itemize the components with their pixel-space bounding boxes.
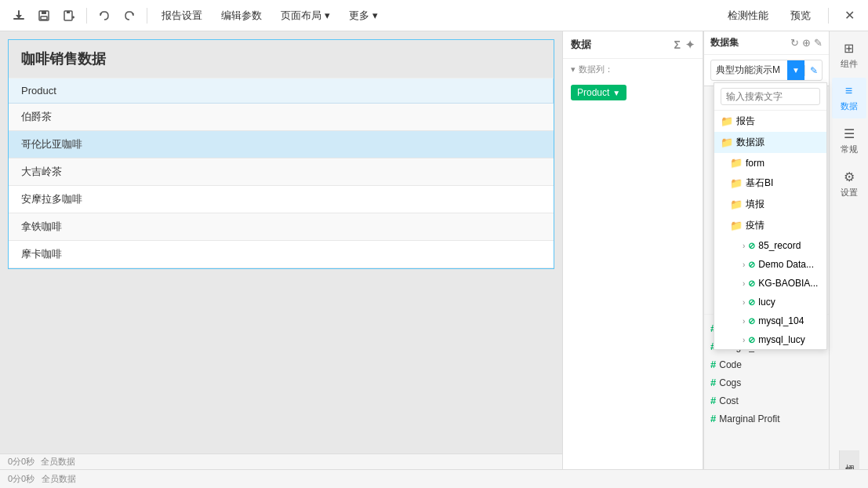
data-section-label: ▾ 数据列： <box>563 59 703 80</box>
tree-search-input[interactable] <box>721 88 820 105</box>
tree-item-label: 报告 <box>736 115 820 128</box>
right-panel-icons: ↻ ⊕ ✎ <box>790 37 823 49</box>
dataset-edit-icon[interactable]: ✎ <box>804 65 822 76</box>
tree-item-0[interactable]: 📁报告 <box>714 111 826 132</box>
tree-item-5[interactable]: 📁疫情 <box>714 215 826 236</box>
link-icon: ⊘ <box>748 297 755 308</box>
collapse-icon[interactable]: ▾ <box>571 64 576 75</box>
close-icon[interactable]: ✕ <box>838 5 860 27</box>
edit-icon[interactable]: ✎ <box>814 37 823 49</box>
tree-item-10[interactable]: ›⊘mysql_104 <box>714 311 826 330</box>
chevron-right-icon: › <box>743 260 745 269</box>
tree-item-1[interactable]: 📁数据源 <box>714 132 826 153</box>
page-layout-btn[interactable]: 页面布局 ▾ <box>273 5 338 26</box>
field-item-2[interactable]: #Code <box>704 355 829 373</box>
report-title: 咖啡销售数据 <box>9 40 554 78</box>
table-cell: 摩卡咖啡 <box>9 241 554 268</box>
redo-icon[interactable] <box>118 5 140 27</box>
chevron-right-icon: › <box>743 317 745 326</box>
folder-icon: 📁 <box>721 137 733 148</box>
field-name-label: Cost <box>719 395 739 406</box>
link-icon: ⊘ <box>748 260 755 270</box>
status-text: 0分0秒 <box>8 456 35 468</box>
edit-params-btn[interactable]: 编辑参数 <box>213 5 270 26</box>
folder-icon: 📁 <box>730 198 743 210</box>
undo-icon[interactable] <box>93 5 115 27</box>
field-name-label: Cogs <box>719 377 741 388</box>
tree-item-label: KG-BAOBIA... <box>758 278 820 289</box>
right-panel-header: 数据集 ↻ ⊕ ✎ <box>704 31 829 55</box>
main-area: 咖啡销售数据 Product 伯爵茶哥伦比亚咖啡大吉岭茶安摩拉多咖啡拿铁咖啡摩卡… <box>0 31 868 469</box>
save-icon[interactable] <box>33 5 55 27</box>
tree-item-6[interactable]: ›⊘85_record <box>714 236 826 255</box>
svg-rect-7 <box>67 11 70 13</box>
switch-chart-label[interactable]: 切换图表 <box>839 450 859 469</box>
tree-item-label: 基石BI <box>746 177 820 190</box>
dataset-selected-value: 典型功能演示M <box>711 60 787 80</box>
data-panel-icons: Σ ✦ <box>674 38 695 51</box>
folder-icon: 📁 <box>721 115 733 127</box>
tree-item-label: 85_record <box>758 240 820 251</box>
tab-normal[interactable]: ☰ 常规 <box>832 120 866 162</box>
toolbar-right: 检测性能 预览 ✕ <box>720 5 860 27</box>
link-icon: ⊘ <box>748 335 755 345</box>
data-table: Product 伯爵茶哥伦比亚咖啡大吉岭茶安摩拉多咖啡拿铁咖啡摩卡咖啡 <box>9 78 554 268</box>
tree-item-label: lucy <box>758 297 820 308</box>
preview-btn[interactable]: 预览 <box>783 5 819 26</box>
canvas-status-bar: 0分0秒 全员数据 <box>0 453 562 469</box>
tab-component[interactable]: ⊞ 组件 <box>832 35 866 76</box>
dataset-dropdown[interactable]: 典型功能演示M ▼ ✎ <box>710 60 823 81</box>
table-cell: 拿铁咖啡 <box>9 213 554 241</box>
tree-item-label: Demo Data... <box>758 259 820 270</box>
field-type-icon: # <box>710 377 716 388</box>
save-as-icon[interactable] <box>58 5 80 27</box>
export-icon[interactable] <box>8 5 30 27</box>
dataset-dropdown-arrow-icon[interactable]: ▼ <box>787 60 804 80</box>
table-wrapper: 咖啡销售数据 Product 伯爵茶哥伦比亚咖啡大吉岭茶安摩拉多咖啡拿铁咖啡摩卡… <box>8 39 554 269</box>
svg-rect-4 <box>42 11 46 14</box>
tree-item-8[interactable]: ›⊘KG-BAOBIA... <box>714 274 826 293</box>
status-bar: 0分0秒 全员数据 <box>0 469 868 488</box>
component-icon: ⊞ <box>844 41 854 56</box>
tab-data[interactable]: ≡ 数据 <box>832 78 866 118</box>
field-item-4[interactable]: #Cost <box>704 391 829 410</box>
tree-item-11[interactable]: ›⊘mysql_lucy <box>714 330 826 349</box>
field-type-icon: # <box>710 413 716 424</box>
data-field-area: Product ▼ <box>563 80 703 105</box>
product-field-chip[interactable]: Product ▼ <box>571 85 626 100</box>
data-panel-header: 数据 Σ ✦ <box>563 31 703 59</box>
field-item-3[interactable]: #Cogs <box>704 373 829 391</box>
more-btn[interactable]: 更多 ▾ <box>341 5 386 26</box>
tab-component-label: 组件 <box>841 58 858 70</box>
tree-items-container: 📁报告📁数据源📁form📁基石BI📁填报📁疫情›⊘85_record›⊘Demo… <box>714 111 826 349</box>
data-panel-title: 数据 <box>571 38 591 52</box>
refresh-icon[interactable]: ↻ <box>790 37 799 49</box>
filter-icon[interactable]: ✦ <box>685 38 695 51</box>
folder-icon: 📁 <box>730 157 743 169</box>
tree-item-3[interactable]: 📁基石BI <box>714 173 826 194</box>
report-settings-btn[interactable]: 报告设置 <box>154 5 210 26</box>
record-count: 全员数据 <box>41 456 75 468</box>
table-cell: 大吉岭茶 <box>9 158 554 186</box>
tree-item-2[interactable]: 📁form <box>714 153 826 173</box>
chip-arrow-icon: ▼ <box>612 89 620 97</box>
tab-settings[interactable]: ⚙ 设置 <box>832 163 866 205</box>
tree-search-area <box>714 83 826 111</box>
tab-data-label: 数据 <box>841 100 858 112</box>
tree-item-label: 填报 <box>746 198 820 211</box>
tree-item-7[interactable]: ›⊘Demo Data... <box>714 255 826 274</box>
canvas-scroll[interactable]: 咖啡销售数据 Product 伯爵茶哥伦比亚咖啡大吉岭茶安摩拉多咖啡拿铁咖啡摩卡… <box>0 31 562 453</box>
tree-item-4[interactable]: 📁填报 <box>714 194 826 215</box>
table-cell: 伯爵茶 <box>9 104 554 131</box>
chevron-right-icon: › <box>743 298 745 307</box>
status-info: 0分0秒 全员数据 <box>8 473 76 485</box>
add-icon[interactable]: ⊕ <box>802 37 811 49</box>
link-icon: ⊘ <box>748 241 755 251</box>
perf-test-btn[interactable]: 检测性能 <box>720 5 776 26</box>
sigma-icon[interactable]: Σ <box>674 38 681 51</box>
field-item-5[interactable]: #Marginal Profit <box>704 410 829 428</box>
tree-item-9[interactable]: ›⊘lucy <box>714 293 826 311</box>
folder-icon: 📁 <box>730 220 743 231</box>
tree-dropdown-overlay: 📁报告📁数据源📁form📁基石BI📁填报📁疫情›⊘85_record›⊘Demo… <box>714 82 827 350</box>
folder-icon: 📁 <box>730 177 743 189</box>
